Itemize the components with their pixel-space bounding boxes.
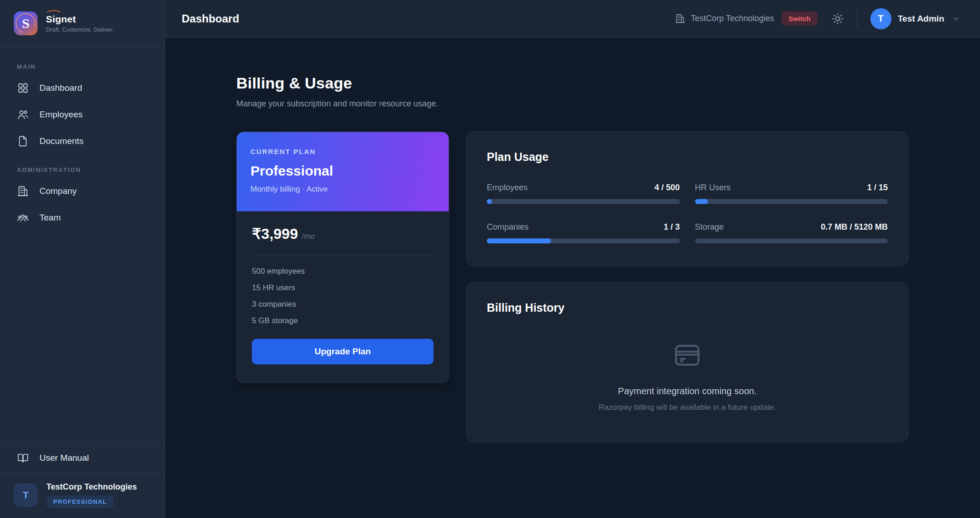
upgrade-plan-button[interactable]: Upgrade Plan xyxy=(252,339,434,364)
signet-logo-icon: S xyxy=(14,11,38,35)
brand-text: Signet Draft. Customize. Deliver. xyxy=(46,14,113,33)
current-plan-header: CURRENT PLAN Professional Monthly billin… xyxy=(237,132,449,211)
brand-tagline: Draft. Customize. Deliver. xyxy=(46,26,113,33)
meter-employees: Employees 4 / 500 xyxy=(487,183,680,204)
meter-label: Employees xyxy=(487,183,528,193)
topbar: Dashboard TestCorp Technologies Switch xyxy=(165,0,980,38)
page-subtitle: Manage your subscription and monitor res… xyxy=(236,99,908,109)
topbar-right: TestCorp Technologies Switch T Test Admi… xyxy=(675,8,960,29)
chevron-down-icon xyxy=(952,15,960,23)
price-row: ₹3,999 /mo xyxy=(252,225,434,242)
billing-history-title: Billing History xyxy=(487,301,888,314)
billing-history-empty-state: Payment integration coming soon. Razorpa… xyxy=(487,341,888,412)
sidebar-nav: MAIN Dashboard Employees xyxy=(0,47,165,231)
progress-track xyxy=(695,238,888,243)
meter-value: 1 / 3 xyxy=(663,222,679,232)
sidebar-org-card[interactable]: T TestCorp Technologies PROFESSIONAL xyxy=(0,474,165,518)
page-title: Billing & Usage xyxy=(236,74,908,92)
nav-section-main: MAIN xyxy=(0,51,165,75)
org-plan-badge: PROFESSIONAL xyxy=(46,496,114,508)
meter-companies: Companies 1 / 3 xyxy=(487,222,680,243)
plan-price-period: /mo xyxy=(301,232,314,241)
sidebar-item-team[interactable]: Team xyxy=(0,204,165,231)
meter-label: Storage xyxy=(695,222,724,232)
sun-icon xyxy=(831,12,844,25)
document-icon xyxy=(17,135,29,147)
plan-feature: 500 employees xyxy=(252,267,434,276)
plan-feature: 15 HR users xyxy=(252,283,434,292)
topbar-divider xyxy=(857,10,858,28)
main-area: Dashboard TestCorp Technologies Switch xyxy=(165,0,980,518)
building-icon xyxy=(17,185,29,197)
topbar-title: Dashboard xyxy=(182,12,239,25)
progress-fill xyxy=(695,199,708,204)
app-root: S Signet Draft. Customize. Deliver. MAIN… xyxy=(0,0,980,518)
plan-price: ₹3,999 xyxy=(252,225,298,242)
meter-label: HR Users xyxy=(695,183,731,193)
current-plan-eyebrow: CURRENT PLAN xyxy=(251,148,435,155)
current-plan-name: Professional xyxy=(251,163,435,179)
plan-feature: 5 GB storage xyxy=(252,316,434,325)
progress-track xyxy=(487,199,680,204)
meter-label: Companies xyxy=(487,222,529,232)
org-name: TestCorp Technologies xyxy=(46,482,137,492)
meter-grid: Employees 4 / 500 HR Users 1 xyxy=(487,183,888,243)
user-menu[interactable]: T Test Admin xyxy=(870,8,960,29)
user-avatar: T xyxy=(870,8,891,29)
empty-state-title: Payment integration coming soon. xyxy=(618,386,757,397)
meter-value: 4 / 500 xyxy=(654,183,679,193)
sidebar: S Signet Draft. Customize. Deliver. MAIN… xyxy=(0,0,165,518)
topbar-company: TestCorp Technologies xyxy=(675,13,774,24)
sidebar-item-company[interactable]: Company xyxy=(0,178,165,204)
sidebar-item-employees[interactable]: Employees xyxy=(0,101,165,128)
right-column: Plan Usage Employees 4 / 500 xyxy=(466,132,908,442)
meter-hr-users: HR Users 1 / 15 xyxy=(695,183,888,204)
org-info: TestCorp Technologies PROFESSIONAL xyxy=(46,482,137,508)
sidebar-item-label: Documents xyxy=(39,136,84,146)
grid-icon xyxy=(17,82,29,94)
current-plan-body: ₹3,999 /mo 500 employees 15 HR users 3 c… xyxy=(237,211,449,383)
sidebar-item-dashboard[interactable]: Dashboard xyxy=(0,75,165,101)
cards-row: CURRENT PLAN Professional Monthly billin… xyxy=(236,132,908,442)
book-icon xyxy=(17,452,29,464)
sidebar-item-user-manual[interactable]: User Manual xyxy=(0,442,165,474)
users-icon xyxy=(17,109,29,121)
sidebar-item-label: Company xyxy=(39,186,77,196)
plan-divider xyxy=(252,255,434,255)
progress-fill xyxy=(487,199,492,204)
progress-fill xyxy=(487,238,551,243)
topbar-company-name: TestCorp Technologies xyxy=(691,14,774,23)
plan-usage-title: Plan Usage xyxy=(487,150,888,164)
plan-usage-card: Plan Usage Employees 4 / 500 xyxy=(466,132,908,266)
brand-name: Signet xyxy=(46,14,113,25)
plan-feature: 3 companies xyxy=(252,300,434,309)
empty-state-subtitle: Razorpay billing will be available in a … xyxy=(599,403,776,412)
switch-company-button[interactable]: Switch xyxy=(781,11,817,26)
sidebar-item-label: Employees xyxy=(39,110,83,120)
sidebar-spacer xyxy=(0,231,165,442)
user-name: Test Admin xyxy=(898,14,944,24)
meter-value: 1 / 15 xyxy=(867,183,888,193)
nav-section-administration: ADMINISTRATION xyxy=(0,154,165,178)
team-icon xyxy=(17,212,29,224)
billing-history-card: Billing History Payment integ xyxy=(466,282,908,442)
content: Billing & Usage Manage your subscription… xyxy=(165,38,980,518)
user-manual-label: User Manual xyxy=(39,453,89,463)
progress-track xyxy=(695,199,888,204)
sidebar-item-label: Dashboard xyxy=(39,83,82,93)
current-plan-status: Monthly billing · Active xyxy=(251,185,435,194)
meter-value: 0.7 MB / 5120 MB xyxy=(821,222,888,232)
current-plan-card: CURRENT PLAN Professional Monthly billin… xyxy=(236,132,449,383)
credit-card-icon xyxy=(669,341,705,369)
sidebar-item-documents[interactable]: Documents xyxy=(0,128,165,154)
theme-toggle-button[interactable] xyxy=(831,12,844,25)
building-icon xyxy=(675,13,685,24)
brand-header[interactable]: S Signet Draft. Customize. Deliver. xyxy=(0,0,165,47)
meter-storage: Storage 0.7 MB / 5120 MB xyxy=(695,222,888,243)
sidebar-item-label: Team xyxy=(39,213,61,223)
org-avatar: T xyxy=(14,483,38,507)
progress-track xyxy=(487,238,680,243)
